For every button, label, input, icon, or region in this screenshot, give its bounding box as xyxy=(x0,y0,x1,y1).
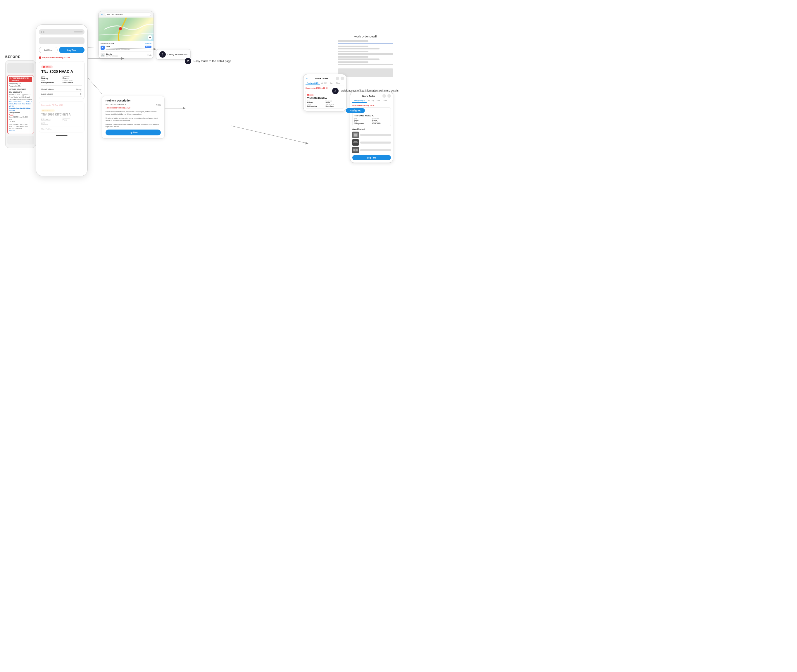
svg-rect-5 xyxy=(353,142,358,143)
detail-group-2 xyxy=(338,46,393,50)
detail-summary-block xyxy=(338,69,393,77)
prob-loc: ● Supercenter FM Reg 12-20 xyxy=(105,107,161,109)
trade-value: Refrigeration xyxy=(41,82,61,84)
svg-rect-3 xyxy=(355,134,357,136)
sp4-tab-all[interactable]: All (20) xyxy=(367,99,375,102)
dl7 xyxy=(338,56,368,58)
bicycle-via: Via Via Hermanas xyxy=(106,55,118,57)
asset-name-2 xyxy=(360,142,391,144)
options-label[interactable]: Options xyxy=(145,43,152,45)
sp3-back-icon[interactable]: ← xyxy=(305,77,308,80)
before-tn: TN# 181291372 xyxy=(9,91,32,94)
sp3-open-rect xyxy=(307,94,309,96)
second-status-text: IN PROCESS xyxy=(45,110,54,111)
sp4-equip-val: Doors xyxy=(372,119,390,121)
sp4-tab-sort[interactable]: Sort xyxy=(375,99,381,102)
second-main-problem: Main Problem xyxy=(41,126,82,130)
sp3-tab-all[interactable]: All (20) xyxy=(320,82,328,85)
sp3-tab-filter[interactable]: Filter xyxy=(334,82,341,85)
svg-rect-10 xyxy=(356,149,358,151)
asset-thumb-3 xyxy=(352,147,359,153)
before-desc: SALES FLOOR / Appliances / Fryer 'Equip.… xyxy=(9,94,32,101)
location-text: Supercenter FM Reg 12-20 xyxy=(42,56,70,59)
chevron-right-icon2: › xyxy=(81,93,82,95)
callout-3-num: 3 xyxy=(332,88,339,94)
asset-row-2[interactable] xyxy=(352,139,391,146)
wo-card-main[interactable]: OPEN TN# 3020 HVAC A Area Bakery Equipme… xyxy=(39,61,85,99)
asset-row-3[interactable] xyxy=(352,147,391,153)
map-canvas: ⊕ xyxy=(99,18,153,41)
before-equipment: KITCHEN EQUIPMENT xyxy=(9,88,32,90)
sp4-si-val: Dock Door xyxy=(372,123,390,125)
sp4-tab-filter[interactable]: Filter xyxy=(381,99,388,102)
main-problem-row[interactable]: Main Problem Noisy › xyxy=(41,87,82,92)
before-see-less[interactable]: See Less... xyxy=(9,130,32,132)
sp3-fields: Area Bakery Equipment Doors Trade Refrig… xyxy=(307,100,342,107)
map-location-bar[interactable]: New Look Dominical xyxy=(105,13,151,16)
open-badge: OPEN xyxy=(41,66,53,68)
drive-row: Drive 5 min xyxy=(106,46,152,48)
sp3-icon2[interactable] xyxy=(340,77,344,80)
sp4-icon2[interactable] xyxy=(387,94,391,98)
asset-linked-row[interactable]: Asset Linked 3 › xyxy=(41,92,82,96)
sp4-icons xyxy=(382,94,391,98)
sp4-back-icon[interactable]: ← xyxy=(352,95,355,98)
asset-linked-value: 3 xyxy=(80,93,81,95)
sp4-icon1[interactable] xyxy=(382,94,386,98)
sp3-tab-sort[interactable]: Sort xyxy=(328,82,334,85)
sp3-open-badge: OPEN xyxy=(307,94,313,96)
area-value: Bakery xyxy=(41,77,61,79)
sp4-fields: Area Bakery Equipment Doors Trade Refrig… xyxy=(354,118,389,125)
sp3-icon1[interactable] xyxy=(335,77,339,80)
svg-rect-9 xyxy=(353,149,355,151)
home-bar xyxy=(56,135,67,136)
asset-linked-val: 3 › xyxy=(80,93,82,95)
main-problem-val: Noisy › xyxy=(76,88,82,90)
before-dist: 2601.1 mi xyxy=(26,101,32,103)
phone4: ← Work Order Assigned (17) All (20) Sort… xyxy=(350,91,393,163)
callout-2: 2 Easy touch to the detail page xyxy=(185,58,231,64)
prob-noisy: Noisy xyxy=(156,104,161,106)
sp4-trade-val: Refrigeration xyxy=(354,123,371,125)
main-phone: Add Note Log Time Supercenter FM Reg 12-… xyxy=(36,24,88,176)
detail-group-3 xyxy=(338,51,393,55)
before-panel: BEFORE IN PROGRESS / DISPATCH CONFIRMED … xyxy=(5,55,36,148)
map-locate-icon[interactable]: ⊕ xyxy=(148,35,152,40)
wo-title: TN# 3020 HVAC A xyxy=(41,69,82,74)
map-back-icon[interactable]: ← xyxy=(101,13,103,16)
prob-body3: Duis aute irure dolor in reprehenderit i… xyxy=(105,123,161,128)
detail-group-4 xyxy=(338,56,393,60)
s-equip-val: Fryer xyxy=(62,119,82,121)
main-problem-value: Noisy xyxy=(76,88,81,90)
prob-log-btn[interactable]: Log Time xyxy=(105,130,161,135)
log-time-button[interactable]: Log Time xyxy=(59,47,85,53)
depart-label: Depart at 10:44 ▾ xyxy=(101,42,114,45)
sp3-icons xyxy=(335,77,344,80)
sp3-wo-title: TN# 3020 HVAC A xyxy=(307,97,342,99)
svg-line-15 xyxy=(88,78,102,94)
sp4-tab-assigned[interactable]: Assigned (17) xyxy=(352,99,367,102)
sp4-log-time-btn[interactable]: Log Time xyxy=(352,155,391,160)
clarify-text: Clarify location info xyxy=(168,53,187,56)
add-note-button[interactable]: Add Note xyxy=(39,47,57,53)
location-line: Supercenter FM Reg 12-20 xyxy=(39,56,85,59)
before-phone-top xyxy=(7,63,34,74)
before-priority: Priority: Normal xyxy=(9,112,32,114)
prob-body2: Ut enim ad minim veniam, quis nostrud ex… xyxy=(105,117,161,122)
before-label: BEFORE xyxy=(5,55,36,59)
asset-name-1 xyxy=(360,134,391,136)
open-badge-text: OPEN xyxy=(46,66,51,68)
sp3-tab-assigned[interactable]: Assigned (17) xyxy=(305,82,320,85)
before-accepted: Accepted by: Me xyxy=(9,82,32,85)
sp4-title: Work Order xyxy=(362,95,375,98)
dl4 xyxy=(338,48,380,50)
dl2 xyxy=(338,43,393,44)
map-header: ← New Look Dominical xyxy=(99,11,153,18)
asset-thumb-2 xyxy=(352,139,359,146)
sp4-asset-list xyxy=(352,131,391,153)
prob-body1: Lorem ipsum dolor sit amet, consectetur … xyxy=(105,110,161,115)
chevron-right-icon: › xyxy=(81,88,82,90)
asset-row-1[interactable] xyxy=(352,131,391,138)
prob-title: Problem Description xyxy=(105,99,161,102)
before-addr1: 4212 Leurn's Place xyxy=(9,101,22,103)
